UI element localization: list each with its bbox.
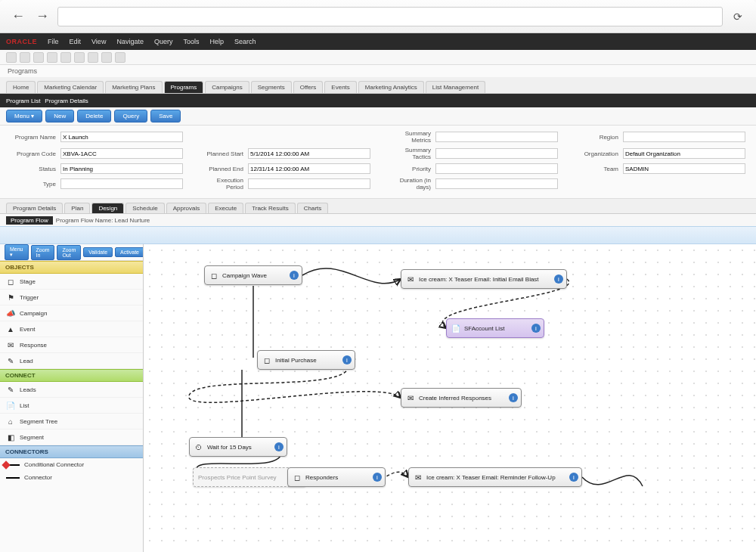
breadcrumb-item[interactable]: Program List: [6, 98, 40, 104]
flow-node[interactable]: ◻Campaign Wavei: [204, 265, 302, 285]
save-button[interactable]: Save: [150, 110, 181, 122]
toolbar-icon[interactable]: [60, 52, 71, 63]
menu-tools[interactable]: Tools: [183, 38, 199, 45]
toolbar-icon[interactable]: [74, 52, 85, 63]
menu-query[interactable]: Query: [154, 38, 173, 45]
tab-segments[interactable]: Segments: [251, 81, 292, 93]
palette-header-connectors[interactable]: CONNECTORS: [0, 445, 143, 458]
flow-node[interactable]: ✉Ice cream: X Teaser Email: Reminder Fol…: [408, 467, 582, 487]
toolbar-icon[interactable]: [6, 52, 17, 63]
palette-item-campaign[interactable]: 📣Campaign: [0, 305, 143, 321]
menu-button[interactable]: Menu ▾: [6, 110, 42, 122]
tab-events[interactable]: Events: [324, 81, 356, 93]
menu-navigate[interactable]: Navigate: [116, 38, 144, 45]
tab-programs[interactable]: Programs: [164, 81, 204, 93]
palette: Menu ▾ Zoom In Zoom Out Validate Activat…: [0, 244, 144, 552]
back-button[interactable]: ←: [9, 8, 27, 26]
tab-list-management[interactable]: List Management: [426, 81, 485, 93]
menu-file[interactable]: File: [48, 38, 59, 45]
menu-help[interactable]: Help: [209, 38, 224, 45]
activate-button[interactable]: Activate: [115, 247, 144, 257]
summary-tactics-field[interactable]: [435, 148, 558, 159]
summary-metrics-field[interactable]: [435, 132, 558, 142]
program-name-field[interactable]: [60, 132, 183, 142]
tab-marketing-analytics[interactable]: Marketing Analytics: [358, 81, 424, 93]
info-icon[interactable]: i: [290, 271, 299, 280]
info-icon[interactable]: i: [373, 473, 382, 482]
duration-field[interactable]: [435, 178, 558, 189]
subtab-schedule[interactable]: Schedule: [125, 203, 164, 213]
toolbar-icon[interactable]: [115, 52, 125, 63]
toolbar-icon[interactable]: [47, 52, 57, 63]
organization-field[interactable]: [623, 148, 745, 159]
palette-item-segment-tree[interactable]: ⌂Segment Tree: [0, 414, 143, 430]
palette-item-leads[interactable]: ✎Leads: [0, 382, 143, 398]
info-icon[interactable]: i: [274, 442, 284, 451]
palette-item-response[interactable]: ✉Response: [0, 337, 143, 353]
flow-canvas[interactable]: ◻Campaign Wavei✉Ice cream: X Teaser Emai…: [144, 244, 756, 552]
new-button[interactable]: New: [45, 110, 74, 122]
reload-button[interactable]: ⟳: [729, 8, 747, 26]
tab-marketing-plans[interactable]: Marketing Plans: [105, 81, 162, 93]
subtab-execute[interactable]: Execute: [208, 203, 243, 213]
region-field[interactable]: [623, 132, 745, 142]
flow-node[interactable]: 📄SFAccount Listi: [446, 318, 544, 338]
menu-edit[interactable]: Edit: [70, 38, 82, 45]
url-input[interactable]: [57, 7, 723, 26]
palette-item-list[interactable]: 📄List: [0, 398, 143, 414]
tab-campaigns[interactable]: Campaigns: [205, 81, 249, 93]
legend-connector[interactable]: Connector: [0, 471, 143, 484]
info-icon[interactable]: i: [554, 274, 563, 284]
priority-field[interactable]: [435, 163, 558, 174]
forward-button[interactable]: →: [33, 8, 51, 26]
subtab-charts[interactable]: Charts: [297, 203, 329, 213]
type-field[interactable]: [60, 178, 183, 189]
info-icon[interactable]: i: [509, 393, 518, 402]
palette-menu-button[interactable]: Menu ▾: [5, 244, 29, 260]
zoom-out-button[interactable]: Zoom Out: [57, 245, 81, 260]
info-icon[interactable]: i: [342, 355, 352, 364]
flow-node[interactable]: ✉Ice cream: X Teaser Email: Initial Emai…: [401, 269, 567, 289]
info-icon[interactable]: i: [531, 324, 541, 333]
flow-node[interactable]: ⏲Wait for 15 Daysi: [189, 437, 287, 457]
legend-conditional-connector[interactable]: Conditional Connector: [0, 458, 143, 471]
form-label: Planned Start: [198, 150, 243, 157]
menu-view[interactable]: View: [91, 38, 106, 45]
palette-item-event[interactable]: ▲Event: [0, 321, 143, 337]
status-field[interactable]: [60, 163, 183, 174]
tab-offers[interactable]: Offers: [293, 81, 324, 93]
zoom-in-button[interactable]: Zoom In: [31, 245, 55, 260]
flow-node[interactable]: ✉Create Inferred Responsesi: [401, 388, 522, 408]
node-icon: ◻: [209, 271, 218, 280]
tab-marketing-calendar[interactable]: Marketing Calendar: [37, 81, 104, 93]
toolbar-icon[interactable]: [20, 52, 30, 63]
tab-home[interactable]: Home: [6, 81, 36, 93]
palette-item-lead[interactable]: ✎Lead: [0, 353, 143, 369]
info-icon[interactable]: i: [569, 473, 578, 482]
toolbar-icon[interactable]: [33, 52, 44, 63]
delete-button[interactable]: Delete: [77, 110, 111, 122]
flow-node[interactable]: ◻Respondersi: [287, 467, 386, 487]
subtab-program-details[interactable]: Program Details: [6, 203, 63, 213]
palette-header-objects[interactable]: OBJECTS: [0, 261, 143, 274]
sub-breadcrumb-head: Program Flow: [6, 216, 53, 225]
planned-end-field[interactable]: [248, 163, 370, 174]
planned-start-field[interactable]: [248, 148, 370, 159]
toolbar-icon[interactable]: [88, 52, 98, 63]
team-field[interactable]: [623, 163, 745, 174]
program-code-field[interactable]: [60, 148, 183, 159]
palette-header-connect[interactable]: CONNECT: [0, 369, 143, 382]
query-button[interactable]: Query: [114, 110, 147, 122]
menu-search[interactable]: Search: [234, 38, 256, 45]
palette-item-segment[interactable]: ◧Segment: [0, 430, 143, 445]
flow-node[interactable]: ◻Initial Purchasei: [257, 350, 355, 370]
subtab-design[interactable]: Design: [91, 203, 124, 213]
toolbar-icon[interactable]: [101, 52, 112, 63]
subtab-approvals[interactable]: Approvals: [166, 203, 207, 213]
palette-item-trigger[interactable]: ⚑Trigger: [0, 290, 143, 305]
subtab-track-results[interactable]: Track Results: [245, 203, 296, 213]
execution-period-field[interactable]: [248, 178, 370, 189]
validate-button[interactable]: Validate: [83, 247, 113, 257]
palette-item-stage[interactable]: ◻Stage: [0, 274, 143, 290]
subtab-plan[interactable]: Plan: [64, 203, 90, 213]
